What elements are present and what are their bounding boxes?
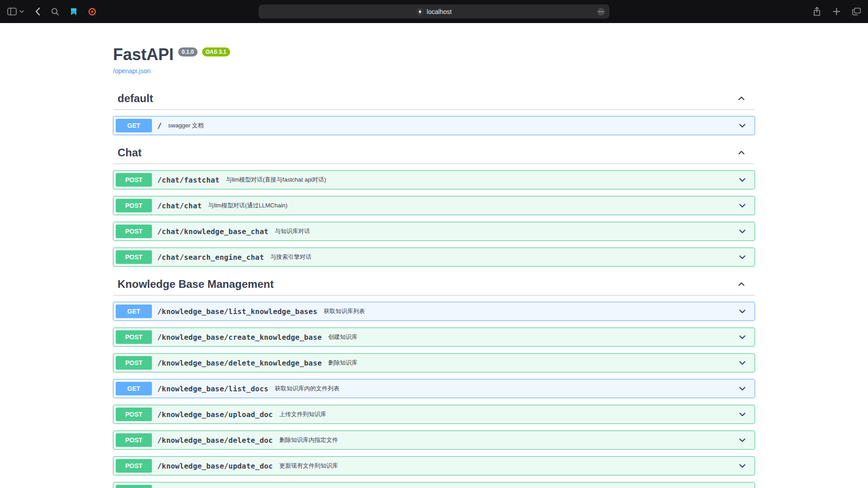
endpoint-path: /chat/search_engine_chat xyxy=(152,253,269,262)
method-badge: POST xyxy=(116,199,152,212)
method-badge: GET xyxy=(116,382,152,395)
endpoint-description: 与搜索引擎对话 xyxy=(269,253,738,261)
endpoint-row[interactable]: POST /knowledge_base/recreate_vector_sto… xyxy=(113,482,755,488)
swagger-page: FastAPI 0.1.0 OAS 3.1 /openapi.json defa… xyxy=(0,23,868,488)
page-settings-button[interactable] xyxy=(597,7,605,16)
endpoint-row[interactable]: POST /chat/search_engine_chat 与搜索引擎对话 xyxy=(113,248,755,267)
api-sections: default GET / swagger 文档 Chat POST /chat… xyxy=(113,88,755,488)
method-badge: POST xyxy=(116,330,152,344)
section-operations: POST /chat/fastchat 与llm模型对话(直接与fastchat… xyxy=(113,164,755,267)
new-tab-button[interactable] xyxy=(833,8,840,15)
page-title: FastAPI 0.1.0 OAS 3.1 xyxy=(113,47,755,63)
collapse-chevron-up-icon[interactable] xyxy=(737,280,746,289)
section-header[interactable]: Knowledge Base Management xyxy=(113,273,755,296)
endpoint-description: 上传文件到知识库 xyxy=(278,410,738,418)
endpoint-description: 更新现有文件到知识库 xyxy=(278,462,738,470)
endpoint-path: /chat/fastchat xyxy=(152,176,224,184)
endpoint-path: /knowledge_base/delete_doc xyxy=(152,436,278,445)
search-icon xyxy=(51,8,59,16)
site-favicon xyxy=(416,8,424,15)
section-header[interactable]: Chat xyxy=(113,142,755,164)
endpoint-row[interactable]: GET /knowledge_base/list_docs 获取知识库内的文件列… xyxy=(113,379,755,398)
expand-chevron-down-icon[interactable] xyxy=(738,410,747,419)
endpoint-row[interactable]: POST /knowledge_base/delete_doc 删除知识库内指定… xyxy=(113,431,755,450)
endpoint-description: 与知识库对话 xyxy=(273,227,738,235)
endpoint-row[interactable]: POST /chat/fastchat 与llm模型对话(直接与fastchat… xyxy=(113,170,755,189)
method-badge: POST xyxy=(116,356,152,370)
expand-chevron-down-icon[interactable] xyxy=(738,436,747,445)
method-badge: POST xyxy=(116,459,152,473)
collapse-chevron-up-icon[interactable] xyxy=(737,94,746,103)
expand-chevron-down-icon[interactable] xyxy=(738,201,747,210)
method-badge: POST xyxy=(116,250,152,264)
endpoint-path: / xyxy=(152,122,166,130)
section-operations: GET / swagger 文档 xyxy=(113,110,755,135)
section-title: Chat xyxy=(118,146,142,159)
endpoint-path: /chat/chat xyxy=(152,202,206,210)
expand-chevron-down-icon[interactable] xyxy=(738,358,747,367)
search-button[interactable] xyxy=(51,8,59,16)
address-bar[interactable]: localhost xyxy=(259,5,609,19)
extension-orange-icon xyxy=(88,8,96,16)
method-badge: POST xyxy=(116,173,152,187)
share-icon xyxy=(813,7,821,16)
share-button[interactable] xyxy=(813,7,821,16)
api-info-block: FastAPI 0.1.0 OAS 3.1 /openapi.json xyxy=(113,23,755,75)
endpoint-description: 获取知识库内的文件列表 xyxy=(273,385,738,393)
sidebar-icon xyxy=(7,8,17,15)
endpoint-description: 删除知识库 xyxy=(326,359,738,367)
section-title: default xyxy=(118,92,153,105)
endpoint-path: /knowledge_base/create_knowledge_base xyxy=(152,333,326,342)
api-section: Knowledge Base Management GET /knowledge… xyxy=(113,273,755,488)
endpoint-row[interactable]: POST /knowledge_base/upload_doc 上传文件到知识库 xyxy=(113,405,755,424)
endpoint-row[interactable]: POST /chat/knowledge_base_chat 与知识库对话 xyxy=(113,222,755,241)
endpoint-path: /knowledge_base/list_docs xyxy=(152,385,273,393)
method-badge: POST xyxy=(116,433,152,447)
extension-blue-icon xyxy=(70,8,77,16)
extension-blue-button[interactable] xyxy=(70,8,77,16)
plus-icon xyxy=(833,8,840,15)
endpoint-row[interactable]: POST /chat/chat 与llm模型对话(通过LLMChain) xyxy=(113,196,755,215)
endpoint-row[interactable]: POST /knowledge_base/delete_knowledge_ba… xyxy=(113,353,755,372)
endpoint-description: 删除知识库内指定文件 xyxy=(278,436,738,444)
tab-overview-button[interactable] xyxy=(852,8,861,15)
back-arrow-icon xyxy=(35,7,40,16)
method-badge: GET xyxy=(116,305,152,318)
endpoint-row[interactable]: GET /knowledge_base/list_knowledge_bases… xyxy=(113,302,755,321)
sidebar-toggle-button[interactable] xyxy=(7,8,17,15)
api-section: Chat POST /chat/fastchat 与llm模型对话(直接与fas… xyxy=(113,142,755,267)
expand-chevron-down-icon[interactable] xyxy=(738,384,747,393)
back-button[interactable] xyxy=(35,7,40,16)
endpoint-description: 获取知识库列表 xyxy=(322,307,738,315)
expand-chevron-down-icon[interactable] xyxy=(738,253,747,262)
endpoint-path: /knowledge_base/update_doc xyxy=(152,462,278,470)
expand-chevron-down-icon[interactable] xyxy=(738,121,747,130)
endpoint-description: swagger 文档 xyxy=(166,122,738,130)
endpoint-row[interactable]: GET / swagger 文档 xyxy=(113,116,755,135)
endpoint-description: 与llm模型对话(通过LLMChain) xyxy=(206,202,738,210)
endpoint-path: /knowledge_base/delete_knowledge_base xyxy=(152,359,326,367)
browser-toolbar: localhost xyxy=(0,0,868,23)
sidebar-menu-button[interactable] xyxy=(19,10,24,13)
tabs-icon xyxy=(852,8,861,15)
section-operations: GET /knowledge_base/list_knowledge_bases… xyxy=(113,296,755,488)
collapse-chevron-up-icon[interactable] xyxy=(737,148,746,157)
chevron-down-icon xyxy=(19,10,24,13)
endpoint-row[interactable]: POST /knowledge_base/create_knowledge_ba… xyxy=(113,328,755,347)
section-title: Knowledge Base Management xyxy=(118,278,274,291)
api-title-text: FastAPI xyxy=(113,47,174,63)
oas-badge: OAS 3.1 xyxy=(202,47,230,56)
api-section: default GET / swagger 文档 xyxy=(113,88,755,135)
expand-chevron-down-icon[interactable] xyxy=(738,461,747,470)
expand-chevron-down-icon[interactable] xyxy=(738,307,747,316)
method-badge: POST xyxy=(116,485,152,488)
section-header[interactable]: default xyxy=(113,88,755,110)
openapi-json-link[interactable]: /openapi.json xyxy=(113,67,151,75)
endpoint-path: /knowledge_base/upload_doc xyxy=(152,410,278,419)
method-badge: POST xyxy=(116,408,152,421)
expand-chevron-down-icon[interactable] xyxy=(738,175,747,184)
extension-orange-button[interactable] xyxy=(88,8,96,16)
endpoint-row[interactable]: POST /knowledge_base/update_doc 更新现有文件到知… xyxy=(113,456,755,475)
expand-chevron-down-icon[interactable] xyxy=(738,333,747,342)
expand-chevron-down-icon[interactable] xyxy=(738,227,747,236)
